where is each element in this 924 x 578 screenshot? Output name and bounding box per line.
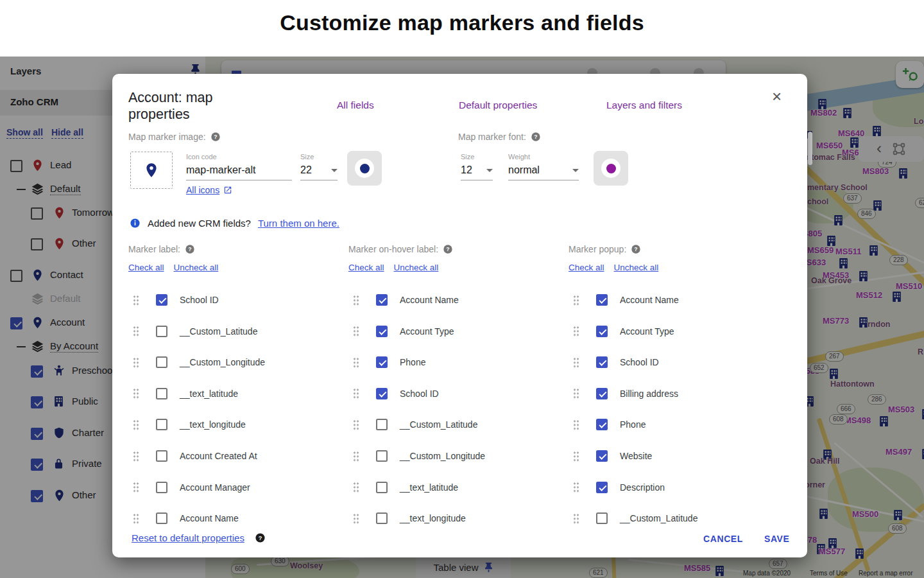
field-label: School ID <box>620 357 659 367</box>
field-row: Website <box>569 447 780 465</box>
help-icon[interactable]: ? <box>631 244 641 254</box>
drag-handle-icon[interactable] <box>353 295 359 306</box>
field-checkbox[interactable] <box>376 294 388 306</box>
field-checkbox[interactable] <box>156 450 167 462</box>
drag-handle-icon[interactable] <box>133 326 139 337</box>
drag-handle-icon[interactable] <box>353 388 359 399</box>
svg-text:?: ? <box>635 246 638 252</box>
field-row: Account Type <box>569 322 780 340</box>
field-checkbox[interactable] <box>376 419 388 430</box>
drag-handle-icon[interactable] <box>573 419 579 430</box>
cancel-button[interactable]: CANCEL <box>703 534 743 544</box>
uncheck-all-link[interactable]: Uncheck all <box>394 263 439 272</box>
field-checkbox[interactable] <box>376 388 388 399</box>
field-label: Phone <box>620 419 646 430</box>
field-checkbox[interactable] <box>156 482 167 493</box>
field-checkbox[interactable] <box>376 450 388 462</box>
check-all-link[interactable]: Check all <box>128 263 164 272</box>
field-label: School ID <box>400 389 439 399</box>
field-checkbox[interactable] <box>156 326 167 337</box>
drag-handle-icon[interactable] <box>573 388 579 399</box>
drag-handle-icon[interactable] <box>353 357 359 368</box>
drag-handle-icon[interactable] <box>133 357 139 368</box>
drag-handle-icon[interactable] <box>353 419 359 430</box>
font-color-swatch[interactable] <box>594 151 628 186</box>
field-row: Description <box>569 478 780 496</box>
field-checkbox[interactable] <box>376 326 388 337</box>
marker-size-select[interactable]: 22 <box>300 164 338 180</box>
drag-handle-icon[interactable] <box>353 513 359 524</box>
drag-handle-icon[interactable] <box>133 419 139 430</box>
field-checkbox[interactable] <box>376 482 388 493</box>
field-row: __text_latitude <box>128 385 340 403</box>
reset-row: Reset to default properties ? <box>132 532 266 543</box>
scrollbar-thumb[interactable] <box>808 132 812 165</box>
info-icon <box>130 218 141 229</box>
field-checkbox[interactable] <box>156 512 167 524</box>
tab-all-fields[interactable]: All fields <box>337 100 374 111</box>
font-weight-select[interactable]: normal <box>508 164 579 180</box>
save-button[interactable]: SAVE <box>764 534 790 544</box>
marker-color-swatch[interactable] <box>347 151 382 186</box>
drag-handle-icon[interactable] <box>573 295 579 306</box>
icon-code-input[interactable]: map-marker-alt <box>186 164 292 180</box>
field-checkbox[interactable] <box>596 294 608 306</box>
tab-default-properties[interactable]: Default properties <box>459 100 537 111</box>
page-title: Customize map markers and fields <box>0 0 924 35</box>
drag-handle-icon[interactable] <box>573 451 579 462</box>
field-checkbox[interactable] <box>596 482 608 493</box>
field-label: __text_latitude <box>400 482 458 493</box>
close-icon[interactable]: × <box>772 88 782 105</box>
field-row: __Custom_Latitude <box>128 322 340 340</box>
field-label: __Custom_Longitude <box>400 451 485 461</box>
field-checkbox[interactable] <box>156 356 167 368</box>
drag-handle-icon[interactable] <box>353 482 359 493</box>
font-size-select[interactable]: 12 <box>461 164 493 180</box>
field-checkbox[interactable] <box>376 356 388 368</box>
field-checkbox[interactable] <box>156 419 167 430</box>
field-label: Phone <box>400 357 425 367</box>
field-checkbox[interactable] <box>596 388 608 399</box>
font-weight-label: Weight <box>508 153 579 161</box>
turn-on-fields-link[interactable]: Turn them on here. <box>258 218 339 229</box>
drag-handle-icon[interactable] <box>133 388 139 399</box>
drag-handle-icon[interactable] <box>353 451 359 462</box>
column-links: Check all Uncheck all <box>128 263 218 272</box>
all-icons-link[interactable]: All icons <box>186 185 219 195</box>
drag-handle-icon[interactable] <box>573 513 579 524</box>
uncheck-all-link[interactable]: Uncheck all <box>614 263 659 272</box>
svg-text:?: ? <box>188 246 191 252</box>
field-checkbox[interactable] <box>376 512 388 524</box>
field-row: Account Name <box>348 291 560 309</box>
field-checkbox[interactable] <box>156 388 167 399</box>
field-row: __Custom_Latitude <box>569 509 780 527</box>
marker-icon-preview[interactable] <box>130 152 173 189</box>
help-icon[interactable]: ? <box>531 132 541 142</box>
drag-handle-icon[interactable] <box>573 482 579 493</box>
drag-handle-icon[interactable] <box>133 295 139 306</box>
font-size-field: Size 12 <box>461 153 493 180</box>
check-all-link[interactable]: Check all <box>569 263 604 272</box>
field-checkbox[interactable] <box>596 356 608 368</box>
field-checkbox[interactable] <box>596 512 608 524</box>
uncheck-all-link[interactable]: Uncheck all <box>174 263 219 272</box>
field-row: __Custom_Latitude <box>348 416 560 434</box>
tab-layers-and-filters[interactable]: Layers and filters <box>606 100 682 111</box>
help-icon[interactable]: ? <box>185 244 195 254</box>
drag-handle-icon[interactable] <box>573 326 579 337</box>
field-checkbox[interactable] <box>156 294 167 306</box>
marker-size-label: Size <box>300 153 338 161</box>
drag-handle-icon[interactable] <box>133 513 139 524</box>
drag-handle-icon[interactable] <box>573 357 579 368</box>
help-icon[interactable]: ? <box>443 244 453 254</box>
drag-handle-icon[interactable] <box>353 326 359 337</box>
help-icon[interactable]: ? <box>255 532 266 543</box>
drag-handle-icon[interactable] <box>133 451 139 462</box>
field-checkbox[interactable] <box>596 419 608 430</box>
field-checkbox[interactable] <box>596 326 608 337</box>
field-checkbox[interactable] <box>596 450 608 462</box>
reset-default-link[interactable]: Reset to default properties <box>132 532 244 543</box>
drag-handle-icon[interactable] <box>133 482 139 493</box>
help-icon[interactable]: ? <box>210 132 221 142</box>
check-all-link[interactable]: Check all <box>348 263 384 272</box>
